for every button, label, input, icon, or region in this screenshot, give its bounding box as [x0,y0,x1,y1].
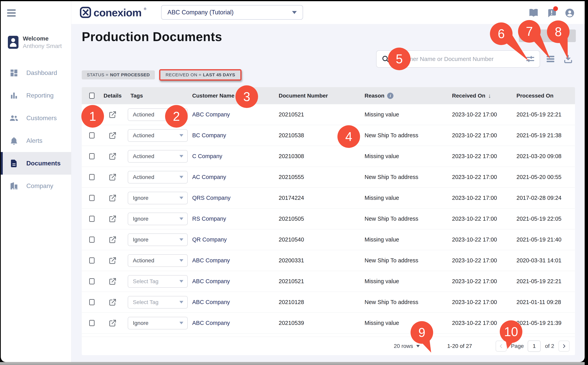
received-on-value: 2023-10-22 17:00 [452,174,516,180]
feedback-icon[interactable] [547,8,557,18]
chevron-down-icon [179,176,183,178]
sidebar-item-label: Documents [26,160,61,167]
conexiom-logo: conexiom ® [80,7,146,19]
document-number: 20210555 [279,174,365,180]
bar-chart-icon [9,91,19,100]
table-row: Select Tag ABC Company 20210128 New Ship… [82,292,575,313]
row-checkbox[interactable] [89,278,95,284]
row-checkbox[interactable] [89,216,95,222]
customer-name-link[interactable]: ABC Company [192,111,279,118]
brand-wordmark: conexiom [94,7,142,19]
select-all-checkbox[interactable] [89,93,95,99]
reason-value: New Ship To address [365,132,452,139]
people-icon [9,114,19,123]
sidebar-item-label: Customers [26,114,57,122]
received-on-value: 2023-10-22 17:00 [452,195,516,201]
filter-chip-received-on[interactable]: RECEIVED ON = LAST 45 DAYS [160,70,240,79]
received-on-header[interactable]: Received On ↓ [452,92,516,99]
open-details-icon[interactable] [109,194,116,202]
tag-select[interactable]: Ignore [128,317,188,330]
chevron-down-icon [179,218,183,220]
conexiom-mark-icon [80,7,91,18]
sidebar-item-customers[interactable]: Customers [1,107,71,129]
document-number: 20210308 [279,153,365,160]
tag-value: Actioned [133,153,179,160]
open-details-icon[interactable] [109,152,116,160]
row-checkbox[interactable] [89,153,95,159]
chevron-down-icon [292,11,297,14]
chevron-down-icon [179,155,183,158]
documents-table: Details Tags Customer Name Document Numb… [82,87,575,355]
tag-select[interactable]: Ignore [128,233,188,246]
tutorial-callout-10: 10 [500,320,522,343]
received-on-value: 2023-10-22 17:00 [452,278,516,285]
sidebar-item-dashboard[interactable]: Dashboard [1,62,71,84]
tag-value: Ignore [133,216,179,222]
open-details-icon[interactable] [109,215,116,223]
filter-chip-status[interactable]: STATUS = NOT PROCESSED [82,70,155,79]
row-checkbox[interactable] [89,195,95,201]
tag-select[interactable]: Select Tag [128,275,188,288]
company-selector[interactable]: ABC Company (Tutorial) [161,5,303,20]
main-content: Production Documents STATUS = NOT PROCES… [71,24,585,362]
customer-name-link[interactable]: AC Company [192,174,279,180]
tutorial-highlight-box: RECEIVED ON = LAST 45 DAYS [159,69,241,81]
tag-select[interactable]: Ignore [128,192,188,204]
customer-name-link[interactable]: QR Company [192,236,279,243]
customer-name-link[interactable]: QRS Company [192,195,279,201]
rows-per-page-value: 20 rows [394,343,413,349]
open-details-icon[interactable] [109,236,116,244]
help-book-icon[interactable] [528,8,539,18]
open-details-icon[interactable] [109,298,116,306]
customer-name-link[interactable]: ABC Company [192,299,279,305]
reason-header: Reason i [365,93,452,99]
processed-on-value: 2017-02-28 09:24 [516,195,575,201]
info-icon[interactable]: i [387,93,393,99]
tag-select[interactable]: Actioned [128,171,188,183]
open-details-icon[interactable] [109,173,116,181]
registered-mark: ® [144,7,146,11]
customer-name-link[interactable]: ABC Company [192,257,279,264]
sidebar-item-documents[interactable]: Documents [1,152,71,175]
processed-on-value: 2021-05-19 22:21 [516,111,575,118]
profile-icon[interactable] [565,8,575,18]
sidebar-item-alerts[interactable]: Alerts [1,129,71,152]
tag-select[interactable]: Actioned [128,254,188,267]
sidebar-item-reporting[interactable]: Reporting [1,84,71,107]
tag-value: Select Tag [133,278,179,285]
customer-name-link[interactable]: ABC Company [192,278,279,285]
tag-select[interactable]: Select Tag [128,296,188,309]
sidebar-item-company[interactable]: Company [1,175,71,197]
tag-select[interactable]: Actioned [128,150,188,163]
next-page-button[interactable] [559,341,569,352]
customer-name-link[interactable]: RS Company [192,216,279,222]
row-checkbox[interactable] [89,174,95,180]
filter-value: NOT PROCESSED [110,72,150,77]
tag-select[interactable]: Ignore [128,213,188,225]
received-on-value: 2023-10-22 17:00 [452,257,516,264]
row-checkbox[interactable] [89,320,95,326]
details-header: Details [101,93,124,99]
open-details-icon[interactable] [109,132,116,140]
tag-select[interactable]: Actioned [128,129,188,142]
open-details-icon[interactable] [109,277,116,285]
customer-name-link[interactable]: ABC Company [192,320,279,326]
processed-on-value: 2021-05-19 21:38 [516,132,575,139]
reason-value: New Ship To address [365,174,452,180]
customer-name-link[interactable]: C Company [192,153,279,160]
sidebar-item-label: Reporting [26,92,54,99]
table-body: Actioned ABC Company 20210521 Missing va… [82,104,575,334]
row-checkbox[interactable] [89,237,95,243]
sidebar-item-label: Alerts [26,137,42,144]
open-details-icon[interactable] [109,319,116,327]
row-checkbox[interactable] [89,132,95,139]
document-number: 20210521 [279,278,365,285]
customer-name-link[interactable]: BC Company [192,132,279,139]
menu-toggle-icon[interactable] [7,9,16,16]
open-details-icon[interactable] [109,111,116,119]
dashboard-icon [9,69,19,77]
row-checkbox[interactable] [89,299,95,305]
row-checkbox[interactable] [89,257,95,264]
company-selector-value: ABC Company (Tutorial) [167,9,292,16]
open-details-icon[interactable] [109,257,116,265]
